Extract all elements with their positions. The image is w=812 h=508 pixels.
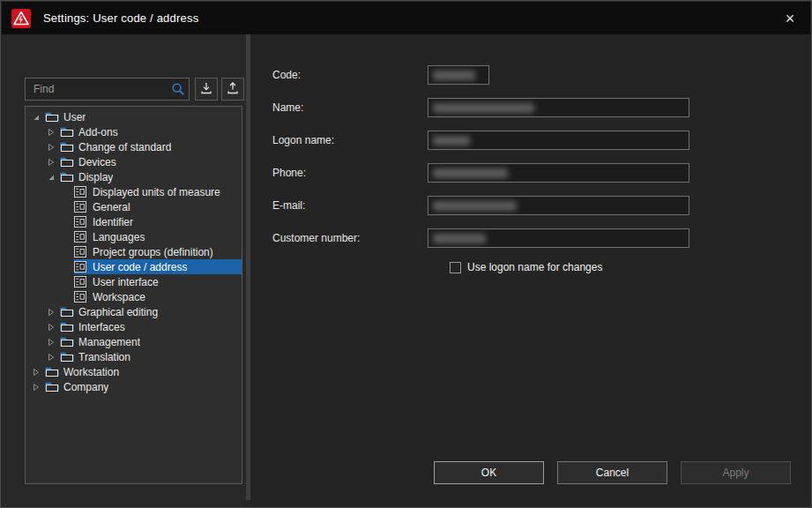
tree-item-label: Translation (78, 351, 130, 363)
form-row-customer-number: Customer number: (272, 228, 810, 248)
use-logon-name-checkbox[interactable] (450, 262, 461, 273)
tree-item-translation[interactable]: Translation (26, 349, 242, 364)
folder-icon (60, 171, 74, 183)
close-button[interactable]: × (770, 2, 810, 34)
collapse-arrow-icon[interactable] (46, 172, 56, 182)
tree-item-add-ons[interactable]: Add-ons (26, 124, 242, 139)
tree-item-languages[interactable]: Languages (26, 229, 242, 244)
tree-item-management[interactable]: Management (26, 334, 242, 349)
settings-detail-panel: Code:Name:Logon name:Phone:E-mail:Custom… (250, 34, 810, 506)
tree-item-identifier[interactable]: Identifier (26, 214, 242, 229)
user-address-form: Code:Name:Logon name:Phone:E-mail:Custom… (250, 34, 810, 273)
logon-name-input[interactable] (428, 131, 689, 150)
settings-page-icon (74, 216, 88, 228)
tree-item-user-interface[interactable]: User interface (26, 274, 242, 289)
expand-arrow-icon[interactable] (46, 322, 56, 332)
tree-item-label: Identifier (93, 216, 133, 228)
folder-icon (60, 141, 74, 153)
tree-item-devices[interactable]: Devices (26, 154, 242, 169)
collapse-arrow-icon[interactable] (31, 112, 41, 122)
settings-page-icon (74, 291, 88, 303)
tree-item-label: Company (63, 381, 108, 393)
tree-item-label: Workstation (63, 366, 119, 378)
tree-item-label: User code / address (93, 261, 187, 273)
tree-item-workstation[interactable]: Workstation (26, 364, 242, 379)
tree-item-content: User (45, 109, 242, 124)
tree-item-content: General (74, 199, 242, 214)
settings-page-icon (74, 246, 88, 258)
tree-item-label: Workspace (93, 291, 145, 303)
folder-icon (45, 381, 59, 393)
phone-input[interactable] (428, 163, 689, 183)
expand-arrow-icon[interactable] (46, 352, 56, 362)
tree-item-content: Interfaces (60, 319, 242, 334)
export-icon (226, 81, 240, 98)
expand-arrow-icon[interactable] (46, 142, 56, 152)
field-label: Name: (272, 101, 428, 114)
tree-item-label: Add-ons (78, 126, 118, 138)
apply-button[interactable]: Apply (681, 461, 791, 484)
tree-item-content: Management (60, 334, 242, 349)
folder-icon (60, 351, 74, 363)
tree-item-label: Graphical editing (78, 306, 158, 318)
use-logon-name-label: Use logon name for changes (467, 261, 602, 273)
tree-item-label: General (93, 201, 130, 213)
tree-item-label: User interface (93, 276, 159, 288)
tree-item-content: Company (45, 379, 242, 394)
expand-arrow-icon[interactable] (46, 127, 56, 137)
expand-arrow-icon[interactable] (31, 367, 41, 377)
expand-arrow-icon[interactable] (46, 307, 56, 317)
e-mail-input[interactable] (428, 196, 689, 215)
tree-item-display[interactable]: Display (26, 169, 242, 184)
tree-item-label: User (63, 111, 86, 123)
code-input[interactable] (428, 65, 489, 85)
tree-item-general[interactable]: General (26, 199, 242, 214)
field-label: Phone: (272, 167, 428, 179)
import-settings-button[interactable] (195, 78, 218, 101)
folder-icon (60, 336, 74, 348)
find-box (25, 78, 190, 101)
tree-item-change-of-standard[interactable]: Change of standard (26, 139, 242, 154)
tree-item-content: Translation (60, 349, 242, 364)
cancel-button[interactable]: Cancel (557, 461, 667, 484)
tree-item-content: Devices (60, 154, 242, 169)
search-icon[interactable] (171, 82, 185, 96)
field-label: Customer number: (272, 232, 428, 244)
expand-arrow-icon[interactable] (46, 337, 56, 347)
expand-arrow-icon[interactable] (31, 382, 41, 392)
tree-item-content: Workspace (74, 289, 242, 304)
folder-icon (60, 156, 74, 168)
tree-item-user[interactable]: User (26, 109, 242, 124)
tree-item-workspace[interactable]: Workspace (26, 289, 242, 304)
field-label: Code: (272, 69, 428, 81)
customer-number-input[interactable] (428, 228, 689, 248)
tree-item-content: Languages (74, 229, 242, 244)
title-bar[interactable]: Settings: User code / address × (2, 2, 810, 34)
tree-item-company[interactable]: Company (26, 379, 242, 394)
export-settings-button[interactable] (221, 78, 244, 101)
name-input[interactable] (428, 98, 689, 117)
expand-arrow-icon[interactable] (46, 157, 56, 167)
folder-icon (45, 111, 59, 123)
find-input[interactable] (25, 78, 190, 101)
tree-item-interfaces[interactable]: Interfaces (26, 319, 242, 334)
tree-item-user-code-address[interactable]: User code / address (26, 259, 242, 274)
settings-page-icon (74, 186, 88, 198)
form-row-e-mail: E-mail: (272, 196, 810, 215)
redacted-value (433, 168, 508, 178)
tree-item-project-groups-definition[interactable]: Project groups (definition) (26, 244, 242, 259)
tree-item-label: Interfaces (78, 321, 125, 333)
redacted-value (433, 103, 534, 113)
tree-item-label: Languages (93, 231, 145, 243)
tree-item-graphical-editing[interactable]: Graphical editing (26, 304, 242, 319)
tree-item-label: Displayed units of measure (93, 186, 220, 198)
tree-item-label: Display (78, 171, 113, 183)
tree-item-displayed-units-of-measure[interactable]: Displayed units of measure (26, 184, 242, 199)
tree-item-label: Change of standard (78, 141, 171, 153)
ok-button[interactable]: OK (434, 461, 544, 484)
tree-item-label: Devices (78, 156, 116, 168)
tree-item-content: Workstation (45, 364, 242, 379)
folder-icon (60, 321, 74, 333)
tree-item-content: User interface (74, 274, 242, 289)
window-title: Settings: User code / address (43, 11, 198, 25)
